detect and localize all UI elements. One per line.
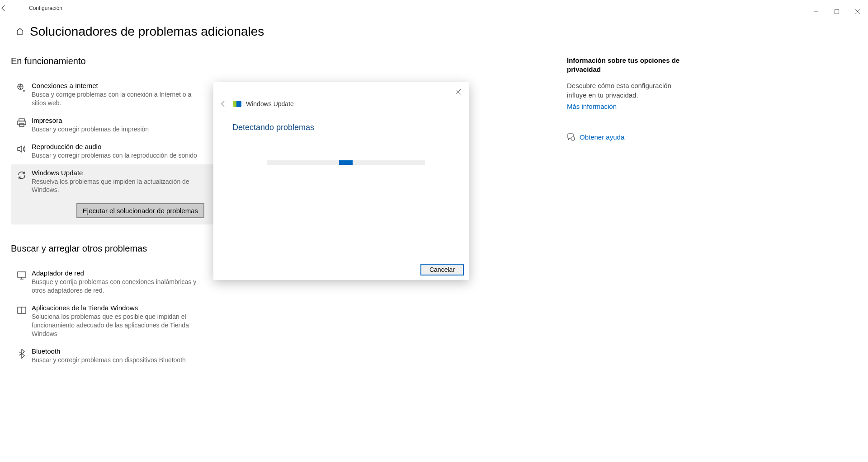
more-info-link[interactable]: Más información [567, 103, 617, 110]
run-troubleshooter-button[interactable]: Ejecutar el solucionador de problemas [76, 203, 204, 218]
troubleshooter-store-apps[interactable]: Aplicaciones de la Tienda Windows Soluci… [11, 299, 215, 343]
progress-chunk [339, 160, 353, 165]
globe-wifi-icon [13, 82, 31, 107]
troubleshooter-title: Conexiones a Internet [32, 82, 207, 89]
maximize-button[interactable] [826, 5, 847, 19]
svg-rect-3 [19, 119, 24, 121]
printer-icon [13, 117, 31, 134]
window-title: Configuración [29, 5, 62, 11]
svg-rect-5 [19, 124, 24, 126]
progress-bar [267, 160, 425, 165]
troubleshooter-desc: Buscar y corregir problemas de impresión [32, 125, 149, 134]
get-help-link[interactable]: Obtener ayuda [580, 133, 624, 141]
troubleshooter-desc: Resuelva los problemas que impiden la ac… [32, 177, 207, 195]
monitor-icon [13, 269, 31, 295]
help-icon [567, 133, 580, 141]
dialog-back-icon [220, 100, 227, 107]
troubleshooter-network-adapter[interactable]: Adaptador de red Busque y corrija proble… [11, 265, 215, 299]
dialog-name: Windows Update [246, 100, 294, 107]
svg-rect-1 [835, 10, 839, 14]
troubleshooter-windows-update[interactable]: Windows Update Resuelva los problemas qu… [11, 164, 215, 225]
close-button[interactable] [847, 5, 868, 19]
troubleshooter-internet[interactable]: Conexiones a Internet Busca y corrige pr… [11, 77, 215, 112]
troubleshooter-bluetooth[interactable]: Bluetooth Buscar y corregir problemas co… [11, 343, 215, 369]
troubleshooter-title: Bluetooth [32, 347, 186, 355]
privacy-heading: Información sobre tus opciones de privac… [567, 56, 684, 75]
svg-rect-4 [18, 121, 26, 125]
troubleshooter-desc: Buscar y corregir problemas con disposit… [32, 356, 186, 364]
tiles-icon [13, 304, 31, 338]
home-icon[interactable] [11, 27, 29, 36]
troubleshooter-desc: Busque y corrija problemas con conexione… [32, 278, 207, 295]
section-running-heading: En funcionamiento [11, 56, 553, 66]
refresh-icon [13, 169, 31, 195]
page-title: Solucionadores de problemas adicionales [30, 24, 264, 39]
windows-update-icon [233, 101, 241, 107]
troubleshooter-title: Impresora [32, 117, 149, 124]
troubleshooter-dialog: Windows Update Detectando problemas Canc… [213, 82, 469, 280]
sidebar: Información sobre tus opciones de privac… [567, 56, 684, 369]
dialog-close-button[interactable] [450, 86, 466, 98]
minimize-button[interactable] [806, 5, 826, 19]
troubleshooter-title: Aplicaciones de la Tienda Windows [32, 304, 207, 312]
troubleshooter-audio[interactable]: Reproducción de audio Buscar y corregir … [11, 138, 215, 164]
bluetooth-icon [13, 347, 31, 364]
troubleshooter-desc: Busca y corrige problemas con la conexió… [32, 90, 207, 107]
troubleshooter-title: Adaptador de red [32, 269, 207, 277]
speaker-icon [13, 143, 31, 160]
page-header: Solucionadores de problemas adicionales [0, 14, 868, 39]
titlebar: Configuración [0, 0, 868, 14]
svg-rect-6 [18, 272, 26, 277]
troubleshooter-desc: Buscar y corregir problemas con la repro… [32, 151, 197, 160]
dialog-status: Detectando problemas [213, 107, 469, 132]
dialog-cancel-button[interactable]: Cancelar [420, 264, 464, 275]
svg-point-11 [571, 137, 575, 140]
back-button[interactable] [0, 5, 21, 12]
troubleshooter-printer[interactable]: Impresora Buscar y corregir problemas de… [11, 112, 215, 138]
troubleshooter-title: Windows Update [32, 169, 207, 177]
privacy-text: Descubre cómo esta configuración influye… [567, 81, 684, 100]
troubleshooter-title: Reproducción de audio [32, 143, 197, 150]
troubleshooter-desc: Soluciona los problemas que es posible q… [32, 313, 207, 338]
